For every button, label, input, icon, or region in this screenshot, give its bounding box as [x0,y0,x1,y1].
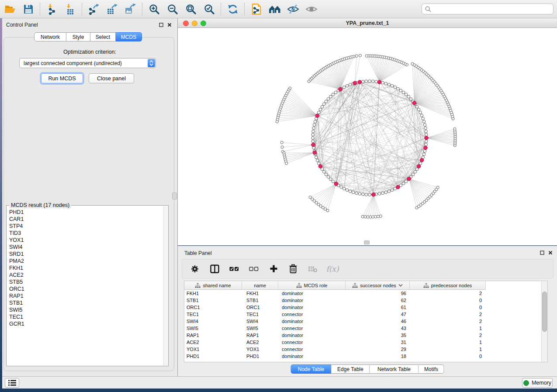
deselect-all-icon[interactable] [249,264,259,274]
mcds-result-item[interactable]: SWI5 [9,306,162,313]
table-row[interactable]: YOX1YOX1connector291 [184,346,547,353]
mcds-result-item[interactable]: SWI4 [9,244,162,251]
mcds-result-item[interactable]: GCR1 [9,320,162,327]
toolbar-separator [142,3,143,15]
hide-icon[interactable] [287,3,300,16]
gear-icon[interactable] [190,264,200,274]
table-row[interactable]: SWI5SWI5connector431 [184,325,547,332]
table-cell: 0 [410,354,486,359]
float-table-panel-icon[interactable] [540,250,545,255]
toolbar-group [45,3,77,16]
delete-icon[interactable] [288,264,298,274]
table-scrollbar-thumb[interactable] [542,292,547,332]
delete-table-icon [308,264,318,274]
table-row[interactable]: FKH1FKH1dominator962 [184,290,547,297]
table-cell: ACE2 [184,340,242,345]
zoom-fit-icon[interactable] [184,3,197,16]
select-all-icon[interactable] [229,264,239,274]
column-header-shared-name[interactable]: shared name [184,281,242,290]
close-panel-button[interactable]: Close panel [89,73,134,83]
close-window-icon[interactable] [183,21,189,26]
export-network-icon[interactable] [87,3,100,16]
column-header-successor-nodes[interactable]: successor nodes [346,281,410,290]
tab-style[interactable]: Style [66,32,90,41]
import-network-icon[interactable] [45,3,59,16]
vertical-splitter-grip[interactable] [172,193,177,199]
export-table-icon[interactable] [106,3,119,16]
zoom-out-icon[interactable] [166,3,179,16]
tab-mcds[interactable]: MCDS [116,32,142,41]
table-cell: RAP1 [242,333,278,338]
close-table-panel-icon[interactable] [548,250,553,255]
mcds-result-item[interactable]: RAP1 [9,292,162,299]
table-cell: 18 [346,354,410,359]
tab-network[interactable]: Network [34,32,66,41]
maximize-window-icon[interactable] [201,21,206,26]
show-icon[interactable] [305,3,318,16]
network-file-icon[interactable] [250,3,263,16]
table-cell: dominator [278,319,346,324]
mcds-result-item[interactable]: STB1 [9,299,162,306]
column-header-MCDS-role[interactable]: MCDS role [278,281,346,290]
mcds-result-item[interactable]: STB5 [9,279,162,285]
table-cell: 2 [410,312,486,317]
tab-select[interactable]: Select [90,32,116,41]
home-icon[interactable] [268,3,281,16]
mcds-result-item[interactable]: FKH1 [9,265,162,272]
zoom-in-icon[interactable] [148,3,161,16]
mcds-result-item[interactable]: PMA2 [9,258,162,265]
network-graph[interactable] [178,28,557,245]
tab-node-table[interactable]: Node Table [291,364,332,374]
tab-motifs[interactable]: Motifs [419,364,444,374]
close-panel-icon[interactable] [167,22,172,28]
mcds-result-item[interactable]: PHD1 [9,209,162,216]
table-row[interactable]: ACE2ACE2connector311 [184,339,547,346]
panel-list-button[interactable] [5,378,19,388]
mcds-result-item[interactable]: ORC1 [9,285,162,292]
mcds-result-item[interactable]: ACE2 [9,272,162,279]
table-row[interactable]: STB1STB1dominator620 [184,297,547,304]
search-input[interactable] [433,4,552,14]
table-tabs: Node TableEdge TableNetwork TableMotifs [291,364,444,374]
column-header-name[interactable]: name [242,281,278,290]
horizontal-splitter-grip[interactable] [364,241,370,244]
zoom-selected-icon[interactable] [203,3,216,16]
column-header-predecessor-nodes[interactable]: predecessor nodes [410,281,486,290]
mcds-result-item[interactable]: STP4 [9,223,162,230]
mcds-result-title: MCDS result (17 nodes) [9,202,71,208]
export-image-icon[interactable] [124,3,137,16]
open-icon[interactable] [3,3,17,16]
mcds-result-item[interactable]: CAR1 [9,216,162,223]
table-row[interactable]: ORC1ORC1dominator610 [184,304,547,311]
mcds-result-item[interactable]: TID3 [9,230,162,237]
table-row[interactable]: RAP1RAP1dominator352 [184,332,547,339]
add-icon[interactable] [269,264,278,274]
status-bar: Memory [2,376,557,389]
mcds-result-item[interactable]: TEC1 [9,313,162,320]
table-row[interactable]: TEC1TEC1connector472 [184,311,547,318]
tab-edge-table[interactable]: Edge Table [332,364,370,374]
import-table-icon[interactable] [64,3,77,16]
refresh-icon[interactable] [226,3,239,16]
float-panel-icon[interactable] [159,22,164,28]
mcds-result-item[interactable]: SRD1 [9,251,162,258]
memory-button[interactable]: Memory [522,378,553,388]
table-row[interactable]: SWI4SWI4dominator462 [184,318,547,325]
table-row[interactable]: PHD1PHD1dominator180 [184,353,547,360]
network-canvas[interactable] [178,28,557,245]
optimization-criterion-select[interactable]: largest connected component (undirected) [19,58,156,68]
network-window-titlebar[interactable]: YPA_prune.txt_1 [178,18,557,28]
run-mcds-button[interactable]: Run MCDS [41,73,83,83]
minimize-window-icon[interactable] [192,21,197,26]
mcds-result-item[interactable]: YOX1 [9,237,162,244]
list-icon [8,380,16,386]
table-cell: STB1 [242,298,278,303]
toolbar-icon-groups [3,3,318,16]
split-columns-icon[interactable] [210,264,219,274]
table-cell: 0 [410,305,486,310]
mcds-result-scrollbar[interactable] [163,206,168,365]
tab-network-table[interactable]: Network Table [370,364,419,374]
save-icon[interactable] [22,3,35,16]
table-scrollbar[interactable] [541,281,547,362]
table-cell: PHD1 [184,354,242,359]
